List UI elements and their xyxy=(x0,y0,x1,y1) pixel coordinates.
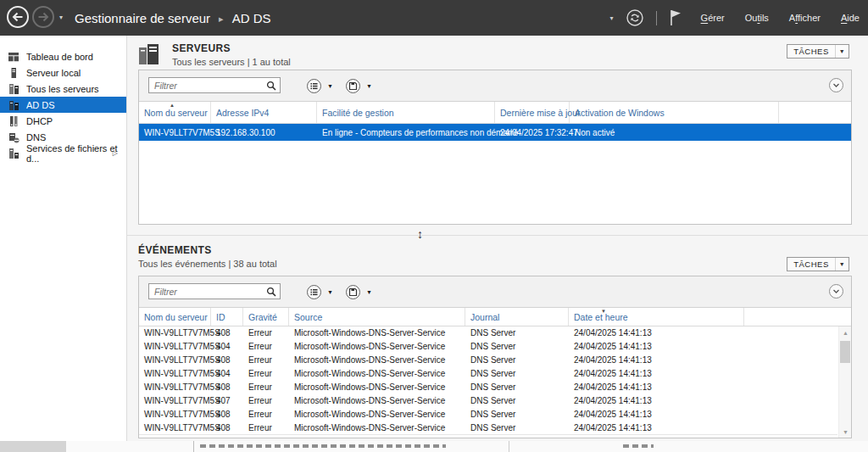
column-header[interactable]: ID xyxy=(211,308,243,326)
table-cell: En ligne - Compteurs de performances non… xyxy=(317,128,495,137)
scroll-up-icon[interactable]: ▲ xyxy=(839,326,851,338)
vertical-scrollbar[interactable]: ▲ ▼ xyxy=(838,326,851,438)
back-button[interactable] xyxy=(7,6,29,28)
sidebar-item-local-server[interactable]: Serveur local xyxy=(0,64,126,81)
chevron-down-icon[interactable]: ▼ xyxy=(366,289,372,295)
scroll-down-icon[interactable]: ▼ xyxy=(839,426,851,438)
menubar-item[interactable]: Aide xyxy=(841,13,860,23)
table-row[interactable]: WIN-V9LLT7V7M5S192.168.30.100En ligne - … xyxy=(139,124,851,141)
column-header[interactable]: Gravité xyxy=(243,308,289,326)
table-cell: 24/04/2025 14:41:13 xyxy=(569,369,744,378)
sidebar-item-file-services[interactable]: Services de fichiers et d... ▷ xyxy=(0,145,126,161)
table-cell: Microsoft-Windows-DNS-Server-Service xyxy=(289,342,465,351)
table-cell: Microsoft-Windows-DNS-Server-Service xyxy=(289,369,465,378)
column-header[interactable]: Nom du serveur xyxy=(139,308,211,326)
servers-grid-rows: WIN-V9LLT7V7M5S192.168.30.100En ligne - … xyxy=(139,124,851,141)
table-row[interactable]: WIN-V9LLT7V7M5S407ErreurMicrosoft-Window… xyxy=(139,394,837,408)
panel-divider[interactable] xyxy=(127,235,868,236)
column-header[interactable]: Journal xyxy=(465,308,569,326)
refresh-icon xyxy=(626,8,644,27)
table-row[interactable]: WIN-V9LLT7V7M5S408ErreurMicrosoft-Window… xyxy=(139,408,837,421)
events-collapse-button[interactable] xyxy=(829,284,843,299)
table-cell: Erreur xyxy=(243,410,289,419)
flag-button[interactable] xyxy=(669,9,682,26)
column-header[interactable]: Activation de Windows xyxy=(570,102,779,123)
column-header[interactable]: Facilité de gestion xyxy=(317,102,495,123)
events-panel-subtitle: Tous les événements | 38 au total xyxy=(138,259,277,269)
forward-button[interactable] xyxy=(32,6,54,28)
table-cell: Microsoft-Windows-DNS-Server-Service xyxy=(289,410,465,419)
events-filter-input[interactable] xyxy=(154,287,266,297)
column-header[interactable]: Nom du serveur xyxy=(139,102,211,123)
saved-queries-button[interactable] xyxy=(307,285,321,299)
menubar-item[interactable]: Afficher xyxy=(789,13,821,23)
sidebar-item-label: AD DS xyxy=(26,100,55,110)
chevron-down-icon[interactable]: ▼ xyxy=(327,83,333,89)
servers-tile-icon xyxy=(138,42,164,68)
sidebar-item-dhcp[interactable]: DHCP xyxy=(0,113,126,129)
sidebar-item-label: Tous les serveurs xyxy=(26,84,99,94)
dhcp-icon xyxy=(8,115,19,127)
events-tasks-button[interactable]: TÂCHES ▼ xyxy=(787,257,849,271)
column-header[interactable]: Date et heure xyxy=(569,308,744,326)
column-header[interactable]: Adresse IPv4 xyxy=(211,102,317,123)
scrollbar-thumb[interactable] xyxy=(840,341,850,363)
expand-chevron-icon[interactable]: ▷ xyxy=(113,149,118,157)
breadcrumb-root[interactable]: Gestionnaire de serveur xyxy=(75,11,210,25)
table-cell: WIN-V9LLT7V7M5S xyxy=(139,382,211,392)
sidebar-item-label: Services de fichiers et d... xyxy=(26,143,126,164)
chevron-down-icon[interactable]: ▼ xyxy=(327,289,333,295)
refresh-button[interactable] xyxy=(626,8,644,27)
dns-icon xyxy=(8,131,19,143)
column-header[interactable]: Source xyxy=(289,308,465,326)
table-row[interactable]: WIN-V9LLT7V7M5S404ErreurMicrosoft-Window… xyxy=(139,367,837,381)
tasks-button-label: TÂCHES xyxy=(787,259,835,269)
resize-cursor-icon: ↕ xyxy=(417,227,423,241)
save-query-button[interactable] xyxy=(346,285,360,299)
table-cell: Microsoft-Windows-DNS-Server-Service xyxy=(289,423,465,432)
table-cell: DNS Server xyxy=(465,410,569,419)
table-cell: Erreur xyxy=(243,396,289,405)
save-query-button[interactable] xyxy=(346,79,360,93)
menubar-item[interactable]: Outils xyxy=(745,13,769,23)
servers-tasks-button[interactable]: TÂCHES ▼ xyxy=(787,44,849,59)
clipped-background-border xyxy=(509,441,509,452)
table-row[interactable]: WIN-V9LLT7V7M5S408ErreurMicrosoft-Window… xyxy=(139,381,837,394)
servers-collapse-button[interactable] xyxy=(829,78,843,92)
menubar-item[interactable]: Gérer xyxy=(701,13,725,23)
table-cell: 24/04/2025 14:41:13 xyxy=(569,423,744,432)
table-row[interactable]: WIN-V9LLT7V7M5S408ErreurMicrosoft-Window… xyxy=(139,354,837,367)
table-cell: WIN-V9LLT7V7M5S xyxy=(139,423,211,432)
table-cell: Erreur xyxy=(243,328,289,338)
ad-ds-icon xyxy=(8,99,19,111)
sidebar-item-all-servers[interactable]: Tous les serveurs xyxy=(0,81,126,97)
table-cell: 24/04/2025 14:41:13 xyxy=(569,396,744,405)
table-cell: Microsoft-Windows-DNS-Server-Service xyxy=(289,355,465,365)
notifications-chevron-icon[interactable]: ▾ xyxy=(610,14,614,22)
events-grid-header: ▼ Nom du serveurIDGravitéSourceJournalDa… xyxy=(139,308,851,326)
nav-history-chevron-icon[interactable]: ▾ xyxy=(59,14,63,21)
table-row[interactable]: WIN-V9LLT7V7M5S408ErreurMicrosoft-Window… xyxy=(139,326,837,340)
search-icon[interactable] xyxy=(266,287,276,297)
search-icon[interactable] xyxy=(266,81,276,91)
table-cell: DNS Server xyxy=(465,423,569,432)
sort-asc-icon: ▲ xyxy=(170,103,175,108)
chevron-down-icon[interactable]: ▼ xyxy=(366,83,372,89)
table-cell: Erreur xyxy=(243,382,289,392)
column-header[interactable]: Dernière mise à jour xyxy=(495,102,570,123)
table-cell: DNS Server xyxy=(465,396,569,405)
clipped-background-border xyxy=(193,441,194,452)
table-cell: Microsoft-Windows-DNS-Server-Service xyxy=(289,328,465,338)
table-cell: WIN-V9LLT7V7M5S xyxy=(139,396,211,405)
list-icon xyxy=(309,81,319,91)
saved-queries-button[interactable] xyxy=(307,79,321,93)
chevron-down-icon: ▼ xyxy=(835,258,849,271)
table-cell: 408 xyxy=(211,423,243,432)
sidebar-item-dashboard[interactable]: Tableau de bord xyxy=(0,48,126,64)
table-cell: 408 xyxy=(211,328,243,338)
breadcrumb-separator-icon: ▸ xyxy=(219,14,224,25)
sidebar-item-ad-ds[interactable]: AD DS xyxy=(0,97,126,113)
table-row[interactable]: WIN-V9LLT7V7M5S408ErreurMicrosoft-Window… xyxy=(139,421,837,435)
table-row[interactable]: WIN-V9LLT7V7M5S404ErreurMicrosoft-Window… xyxy=(139,340,837,354)
servers-filter-input[interactable] xyxy=(154,81,266,91)
